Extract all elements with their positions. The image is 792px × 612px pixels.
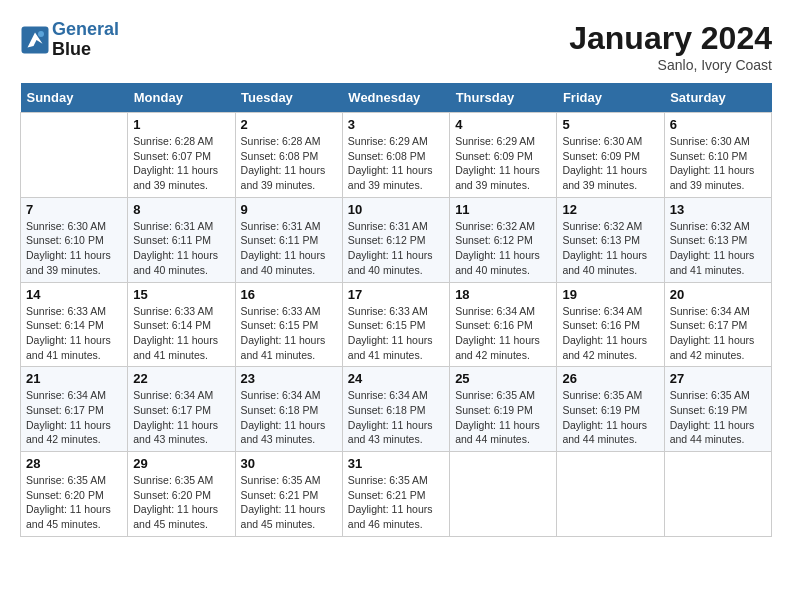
calendar-cell: 8Sunrise: 6:31 AM Sunset: 6:11 PM Daylig… xyxy=(128,197,235,282)
title-area: January 2024 Sanlo, Ivory Coast xyxy=(569,20,772,73)
day-info: Sunrise: 6:34 AM Sunset: 6:17 PM Dayligh… xyxy=(133,388,229,447)
day-number: 25 xyxy=(455,371,551,386)
day-info: Sunrise: 6:35 AM Sunset: 6:19 PM Dayligh… xyxy=(455,388,551,447)
calendar-cell: 26Sunrise: 6:35 AM Sunset: 6:19 PM Dayli… xyxy=(557,367,664,452)
calendar-cell: 28Sunrise: 6:35 AM Sunset: 6:20 PM Dayli… xyxy=(21,452,128,537)
calendar-cell xyxy=(21,113,128,198)
column-header-wednesday: Wednesday xyxy=(342,83,449,113)
day-info: Sunrise: 6:35 AM Sunset: 6:19 PM Dayligh… xyxy=(562,388,658,447)
calendar-cell: 7Sunrise: 6:30 AM Sunset: 6:10 PM Daylig… xyxy=(21,197,128,282)
calendar-cell: 19Sunrise: 6:34 AM Sunset: 6:16 PM Dayli… xyxy=(557,282,664,367)
day-info: Sunrise: 6:28 AM Sunset: 6:08 PM Dayligh… xyxy=(241,134,337,193)
subtitle: Sanlo, Ivory Coast xyxy=(569,57,772,73)
svg-point-2 xyxy=(38,31,44,37)
day-number: 20 xyxy=(670,287,766,302)
day-info: Sunrise: 6:35 AM Sunset: 6:20 PM Dayligh… xyxy=(133,473,229,532)
day-number: 5 xyxy=(562,117,658,132)
day-number: 18 xyxy=(455,287,551,302)
calendar-cell: 27Sunrise: 6:35 AM Sunset: 6:19 PM Dayli… xyxy=(664,367,771,452)
main-title: January 2024 xyxy=(569,20,772,57)
calendar-body: 1Sunrise: 6:28 AM Sunset: 6:07 PM Daylig… xyxy=(21,113,772,537)
calendar-cell: 20Sunrise: 6:34 AM Sunset: 6:17 PM Dayli… xyxy=(664,282,771,367)
day-number: 6 xyxy=(670,117,766,132)
day-number: 27 xyxy=(670,371,766,386)
day-info: Sunrise: 6:28 AM Sunset: 6:07 PM Dayligh… xyxy=(133,134,229,193)
calendar-table: SundayMondayTuesdayWednesdayThursdayFrid… xyxy=(20,83,772,537)
day-info: Sunrise: 6:32 AM Sunset: 6:13 PM Dayligh… xyxy=(562,219,658,278)
day-info: Sunrise: 6:34 AM Sunset: 6:16 PM Dayligh… xyxy=(455,304,551,363)
day-number: 29 xyxy=(133,456,229,471)
day-info: Sunrise: 6:31 AM Sunset: 6:11 PM Dayligh… xyxy=(241,219,337,278)
calendar-cell: 17Sunrise: 6:33 AM Sunset: 6:15 PM Dayli… xyxy=(342,282,449,367)
column-header-friday: Friday xyxy=(557,83,664,113)
day-info: Sunrise: 6:31 AM Sunset: 6:11 PM Dayligh… xyxy=(133,219,229,278)
day-info: Sunrise: 6:30 AM Sunset: 6:10 PM Dayligh… xyxy=(26,219,122,278)
calendar-cell: 14Sunrise: 6:33 AM Sunset: 6:14 PM Dayli… xyxy=(21,282,128,367)
day-number: 16 xyxy=(241,287,337,302)
calendar-header-row: SundayMondayTuesdayWednesdayThursdayFrid… xyxy=(21,83,772,113)
calendar-cell: 12Sunrise: 6:32 AM Sunset: 6:13 PM Dayli… xyxy=(557,197,664,282)
calendar-cell: 6Sunrise: 6:30 AM Sunset: 6:10 PM Daylig… xyxy=(664,113,771,198)
day-info: Sunrise: 6:35 AM Sunset: 6:19 PM Dayligh… xyxy=(670,388,766,447)
day-number: 13 xyxy=(670,202,766,217)
day-info: Sunrise: 6:31 AM Sunset: 6:12 PM Dayligh… xyxy=(348,219,444,278)
calendar-cell: 5Sunrise: 6:30 AM Sunset: 6:09 PM Daylig… xyxy=(557,113,664,198)
calendar-cell: 11Sunrise: 6:32 AM Sunset: 6:12 PM Dayli… xyxy=(450,197,557,282)
calendar-cell: 4Sunrise: 6:29 AM Sunset: 6:09 PM Daylig… xyxy=(450,113,557,198)
day-number: 11 xyxy=(455,202,551,217)
calendar-week-row: 1Sunrise: 6:28 AM Sunset: 6:07 PM Daylig… xyxy=(21,113,772,198)
day-number: 9 xyxy=(241,202,337,217)
day-number: 7 xyxy=(26,202,122,217)
logo-line1: General xyxy=(52,19,119,39)
column-header-tuesday: Tuesday xyxy=(235,83,342,113)
day-number: 4 xyxy=(455,117,551,132)
calendar-cell: 2Sunrise: 6:28 AM Sunset: 6:08 PM Daylig… xyxy=(235,113,342,198)
column-header-saturday: Saturday xyxy=(664,83,771,113)
calendar-cell: 9Sunrise: 6:31 AM Sunset: 6:11 PM Daylig… xyxy=(235,197,342,282)
day-number: 30 xyxy=(241,456,337,471)
calendar-week-row: 21Sunrise: 6:34 AM Sunset: 6:17 PM Dayli… xyxy=(21,367,772,452)
calendar-cell: 10Sunrise: 6:31 AM Sunset: 6:12 PM Dayli… xyxy=(342,197,449,282)
day-number: 24 xyxy=(348,371,444,386)
day-info: Sunrise: 6:33 AM Sunset: 6:14 PM Dayligh… xyxy=(133,304,229,363)
day-info: Sunrise: 6:30 AM Sunset: 6:10 PM Dayligh… xyxy=(670,134,766,193)
day-number: 28 xyxy=(26,456,122,471)
day-info: Sunrise: 6:34 AM Sunset: 6:18 PM Dayligh… xyxy=(348,388,444,447)
calendar-cell: 25Sunrise: 6:35 AM Sunset: 6:19 PM Dayli… xyxy=(450,367,557,452)
logo-icon xyxy=(20,25,50,55)
day-number: 10 xyxy=(348,202,444,217)
calendar-week-row: 7Sunrise: 6:30 AM Sunset: 6:10 PM Daylig… xyxy=(21,197,772,282)
calendar-cell: 1Sunrise: 6:28 AM Sunset: 6:07 PM Daylig… xyxy=(128,113,235,198)
calendar-cell xyxy=(664,452,771,537)
day-number: 8 xyxy=(133,202,229,217)
calendar-cell: 23Sunrise: 6:34 AM Sunset: 6:18 PM Dayli… xyxy=(235,367,342,452)
calendar-cell: 24Sunrise: 6:34 AM Sunset: 6:18 PM Dayli… xyxy=(342,367,449,452)
day-number: 1 xyxy=(133,117,229,132)
day-number: 22 xyxy=(133,371,229,386)
day-info: Sunrise: 6:32 AM Sunset: 6:12 PM Dayligh… xyxy=(455,219,551,278)
day-info: Sunrise: 6:34 AM Sunset: 6:17 PM Dayligh… xyxy=(670,304,766,363)
day-info: Sunrise: 6:34 AM Sunset: 6:18 PM Dayligh… xyxy=(241,388,337,447)
day-info: Sunrise: 6:34 AM Sunset: 6:16 PM Dayligh… xyxy=(562,304,658,363)
logo: General Blue xyxy=(20,20,119,60)
day-info: Sunrise: 6:29 AM Sunset: 6:08 PM Dayligh… xyxy=(348,134,444,193)
calendar-cell: 31Sunrise: 6:35 AM Sunset: 6:21 PM Dayli… xyxy=(342,452,449,537)
column-header-monday: Monday xyxy=(128,83,235,113)
calendar-cell: 16Sunrise: 6:33 AM Sunset: 6:15 PM Dayli… xyxy=(235,282,342,367)
day-number: 2 xyxy=(241,117,337,132)
day-number: 3 xyxy=(348,117,444,132)
day-number: 19 xyxy=(562,287,658,302)
day-info: Sunrise: 6:35 AM Sunset: 6:20 PM Dayligh… xyxy=(26,473,122,532)
day-info: Sunrise: 6:33 AM Sunset: 6:15 PM Dayligh… xyxy=(241,304,337,363)
day-number: 31 xyxy=(348,456,444,471)
day-info: Sunrise: 6:35 AM Sunset: 6:21 PM Dayligh… xyxy=(348,473,444,532)
day-number: 12 xyxy=(562,202,658,217)
day-number: 15 xyxy=(133,287,229,302)
calendar-week-row: 28Sunrise: 6:35 AM Sunset: 6:20 PM Dayli… xyxy=(21,452,772,537)
day-info: Sunrise: 6:30 AM Sunset: 6:09 PM Dayligh… xyxy=(562,134,658,193)
day-number: 21 xyxy=(26,371,122,386)
day-info: Sunrise: 6:35 AM Sunset: 6:21 PM Dayligh… xyxy=(241,473,337,532)
calendar-cell: 3Sunrise: 6:29 AM Sunset: 6:08 PM Daylig… xyxy=(342,113,449,198)
calendar-cell: 22Sunrise: 6:34 AM Sunset: 6:17 PM Dayli… xyxy=(128,367,235,452)
day-number: 17 xyxy=(348,287,444,302)
